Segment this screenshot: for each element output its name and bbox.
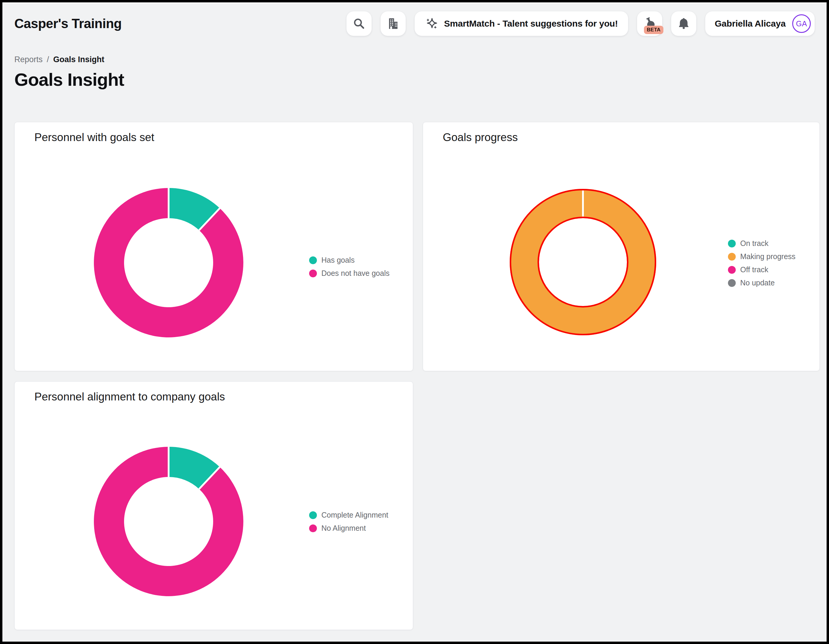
- breadcrumb-reports-link[interactable]: Reports: [14, 55, 43, 64]
- smartmatch-label: SmartMatch - Talent suggestions for you!: [444, 19, 618, 29]
- legend-item: Complete Alignment: [309, 510, 388, 520]
- legend-item: On track: [728, 239, 796, 248]
- card-title: Personnel alignment to company goals: [35, 390, 225, 403]
- legend-label: No Alignment: [322, 524, 366, 532]
- beta-badge: BETA: [644, 26, 663, 34]
- legend-label: Off track: [740, 265, 768, 274]
- legend-dot: [309, 257, 317, 264]
- sparkle-icon: [425, 17, 438, 30]
- top-bar: Casper's Training: [14, 2, 815, 45]
- legend-label: Making progress: [740, 252, 796, 261]
- search-icon: [352, 17, 366, 30]
- legend-label: On track: [740, 239, 768, 248]
- chart-legend: On track Making progress Off track No up…: [728, 239, 796, 288]
- legend-item: No update: [728, 278, 796, 288]
- legend-dot: [728, 266, 736, 274]
- card-personnel-with-goals: Personnel with goals set Has goals Does …: [14, 122, 413, 371]
- legend-item: Off track: [728, 265, 796, 274]
- legend-item: Making progress: [728, 252, 796, 261]
- avatar: GA: [792, 14, 811, 33]
- card-title: Personnel with goals set: [35, 131, 154, 144]
- search-button[interactable]: [347, 11, 372, 36]
- header-actions: SmartMatch - Talent suggestions for you!…: [347, 11, 815, 36]
- legend-dot: [728, 253, 736, 261]
- user-menu-button[interactable]: Gabriella Alicaya GA: [705, 11, 815, 36]
- legend-dot: [728, 240, 736, 247]
- legend-dot: [309, 269, 317, 277]
- breadcrumb-separator: /: [47, 55, 49, 64]
- labs-button[interactable]: BETA: [637, 11, 662, 36]
- building-icon: [386, 17, 400, 30]
- legend-dot: [728, 279, 736, 287]
- notifications-button[interactable]: [671, 11, 696, 36]
- breadcrumb: Reports / Goals Insight: [14, 55, 104, 64]
- card-title: Goals progress: [443, 131, 518, 144]
- page-title: Goals Insight: [14, 69, 124, 90]
- legend-item: Does not have goals: [309, 269, 389, 278]
- goals-progress-donut-chart: [505, 184, 661, 341]
- chart-legend: Has goals Does not have goals: [309, 255, 389, 278]
- personnel-alignment-donut-chart: [91, 444, 246, 600]
- breadcrumb-current: Goals Insight: [53, 55, 104, 64]
- bell-icon: [677, 17, 690, 30]
- chart-legend: Complete Alignment No Alignment: [309, 510, 388, 533]
- card-personnel-alignment: Personnel alignment to company goals Com…: [14, 381, 413, 630]
- legend-label: Has goals: [322, 256, 355, 265]
- legend-dot: [309, 524, 317, 532]
- card-goals-progress: Goals progress On track Making progress …: [423, 122, 820, 371]
- legend-label: No update: [740, 279, 775, 287]
- smartmatch-button[interactable]: SmartMatch - Talent suggestions for you!: [414, 11, 628, 36]
- personnel-goals-donut-chart: [91, 185, 246, 342]
- user-name: Gabriella Alicaya: [715, 19, 786, 29]
- legend-item: No Alignment: [309, 524, 388, 533]
- legend-label: Does not have goals: [322, 269, 389, 278]
- app-window: Casper's Training: [2, 2, 827, 642]
- org-switcher-button[interactable]: [381, 11, 406, 36]
- company-title: Casper's Training: [14, 16, 122, 31]
- legend-dot: [309, 511, 317, 519]
- legend-label: Complete Alignment: [322, 511, 388, 520]
- legend-item: Has goals: [309, 255, 389, 265]
